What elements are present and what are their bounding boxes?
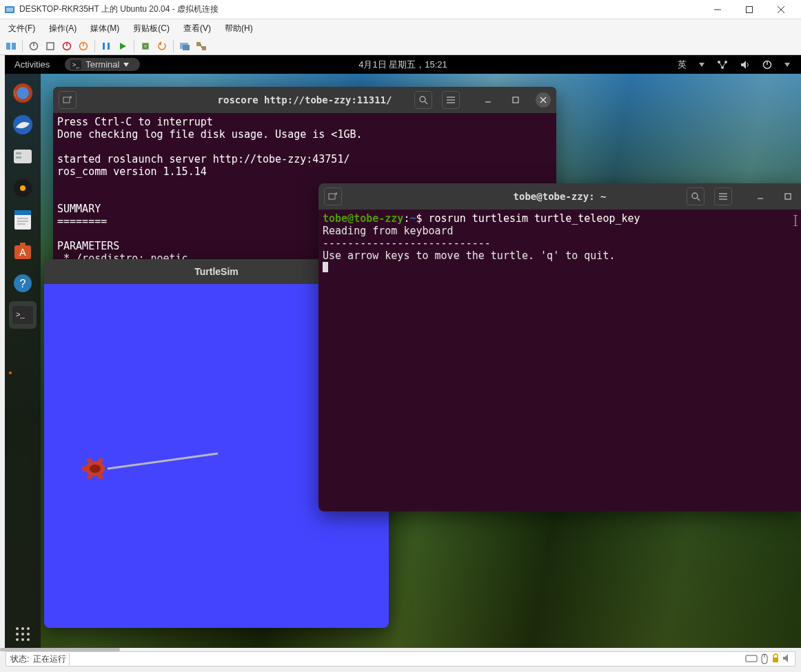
minimize-button[interactable]: [480, 92, 496, 108]
svg-rect-90: [329, 194, 335, 199]
lock-tray-icon[interactable]: [771, 653, 780, 664]
dock-files[interactable]: [9, 143, 37, 170]
svg-marker-37: [784, 63, 790, 67]
dock-thunderbird[interactable]: [9, 111, 37, 139]
svg-point-88: [87, 475, 92, 479]
revert-button[interactable]: [155, 39, 169, 53]
svg-text:>_: >_: [16, 310, 25, 318]
svg-text:A: A: [19, 247, 26, 258]
dock-firefox[interactable]: [9, 79, 37, 107]
svg-point-86: [87, 458, 92, 462]
svg-rect-103: [746, 655, 757, 662]
svg-point-87: [98, 458, 103, 462]
new-tab-button[interactable]: [59, 91, 77, 109]
svg-point-45: [20, 185, 26, 191]
svg-point-61: [16, 633, 19, 635]
mouse-tray-icon[interactable]: [760, 653, 769, 664]
svg-point-59: [21, 627, 24, 630]
checkpoint-button[interactable]: [139, 39, 152, 53]
svg-rect-10: [47, 43, 54, 50]
svg-line-71: [425, 101, 427, 104]
chevron-down-icon: [784, 63, 790, 67]
svg-marker-34: [741, 61, 746, 69]
svg-rect-110: [773, 658, 778, 662]
window-title: roscore http://tobe-zzy:11311/: [218, 94, 392, 105]
ime-indicator[interactable]: 英: [678, 59, 687, 71]
svg-point-66: [27, 638, 30, 641]
dock-writer[interactable]: [9, 206, 37, 234]
speaker-tray-icon[interactable]: [782, 653, 792, 664]
activities-button[interactable]: Activities: [5, 59, 59, 70]
play-button[interactable]: [116, 39, 130, 53]
shutdown-button[interactable]: [60, 39, 74, 53]
svg-rect-3: [747, 6, 753, 12]
reset-button[interactable]: [77, 39, 90, 53]
menu-action[interactable]: 操作(A): [49, 23, 77, 34]
dock-show-apps[interactable]: [9, 620, 37, 648]
host-title: DESKTOP-RKR35HT 上的 Ubuntu 20.04 - 虚拟机连接: [19, 3, 219, 15]
search-button[interactable]: [414, 91, 432, 109]
clock[interactable]: 4月1日 星期五，15:21: [358, 59, 447, 71]
status-value: 正在运行: [33, 653, 66, 665]
host-close-button[interactable]: [765, 0, 797, 19]
maximize-button[interactable]: [508, 92, 523, 108]
dock-help[interactable]: ?: [9, 269, 37, 297]
network-icon[interactable]: [717, 60, 728, 70]
svg-line-33: [722, 62, 726, 68]
host-toolbar: [0, 37, 801, 55]
svg-point-62: [21, 633, 24, 635]
menu-button[interactable]: [714, 187, 732, 205]
host-minimize-button[interactable]: [702, 0, 733, 19]
svg-marker-28: [699, 63, 704, 67]
svg-text:?: ?: [20, 278, 26, 289]
host-menubar: 文件(F) 操作(A) 媒体(M) 剪贴板(C) 查看(V) 帮助(H): [0, 19, 801, 37]
power-icon[interactable]: [762, 60, 772, 70]
enhanced-button[interactable]: [178, 39, 192, 53]
svg-rect-22: [196, 42, 201, 46]
svg-rect-16: [108, 43, 110, 50]
svg-marker-111: [783, 654, 788, 662]
dock-software[interactable]: A: [9, 238, 37, 265]
status-label: 状态:: [6, 653, 33, 665]
svg-point-58: [16, 627, 19, 630]
dock-terminal[interactable]: >_: [9, 301, 37, 329]
menu-clipboard[interactable]: 剪贴板(C): [133, 23, 170, 34]
ctrl-alt-del-button[interactable]: [4, 39, 18, 53]
menu-view[interactable]: 查看(V): [183, 23, 211, 34]
keyboard-tray-icon[interactable]: [745, 653, 758, 664]
host-maximize-button[interactable]: [733, 0, 765, 19]
window-header[interactable]: roscore http://tobe-zzy:11311/: [53, 87, 556, 113]
menu-media[interactable]: 媒体(M): [90, 23, 119, 34]
start-button[interactable]: [27, 39, 41, 53]
svg-rect-23: [202, 46, 206, 50]
dock-indicator-dot: [9, 371, 12, 374]
svg-rect-47: [14, 210, 31, 215]
host-statusbar: 状态: 正在运行: [6, 651, 795, 666]
share-button[interactable]: [194, 39, 208, 53]
terminal-icon: >_: [70, 60, 81, 70]
host-titlebar: DESKTOP-RKR35HT 上的 Ubuntu 20.04 - 虚拟机连接: [0, 0, 801, 19]
svg-point-89: [98, 475, 103, 479]
window-header[interactable]: tobe@tobe-zzy: ~: [318, 183, 801, 210]
new-tab-button[interactable]: [324, 187, 342, 205]
app-menu-button[interactable]: >_ Terminal: [65, 58, 140, 71]
dock-rhythmbox[interactable]: [9, 174, 37, 202]
close-button[interactable]: [536, 92, 551, 108]
menu-file[interactable]: 文件(F): [8, 23, 35, 34]
volume-icon[interactable]: [740, 60, 750, 70]
maximize-button[interactable]: [780, 189, 795, 204]
pause-button[interactable]: [99, 39, 113, 53]
terminal-window-teleop[interactable]: tobe@tobe-zzy: ~ tobe@tobe-zzy:~$ rosrun…: [318, 183, 801, 511]
search-button[interactable]: [687, 187, 704, 205]
svg-text:>_: >_: [72, 61, 80, 68]
turnoff-button[interactable]: [43, 39, 57, 53]
window-title: tobe@tobe-zzy: ~: [514, 191, 607, 202]
svg-rect-21: [183, 45, 190, 50]
menu-help[interactable]: 帮助(H): [225, 23, 253, 34]
terminal-output[interactable]: tobe@tobe-zzy:~$ rosrun turtlesim turtle…: [318, 210, 801, 278]
menu-button[interactable]: [442, 91, 460, 109]
minimize-button[interactable]: [753, 189, 768, 204]
cursor: [323, 262, 328, 272]
svg-point-84: [90, 465, 101, 473]
svg-rect-42: [16, 152, 21, 154]
